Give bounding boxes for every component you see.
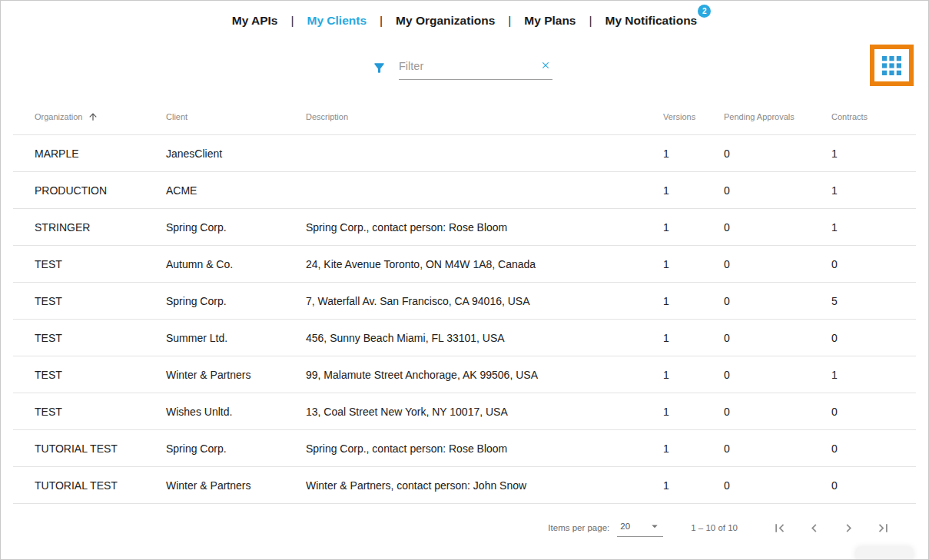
cell-description: 13, Coal Street New York, NY 10017, USA [306, 406, 663, 418]
column-header-pending-approvals[interactable]: Pending Approvals [724, 112, 831, 121]
last-page-icon [875, 520, 891, 536]
cell-client: Wishes Unltd. [166, 406, 306, 418]
cell-client: Winter & Partners [166, 479, 306, 492]
cell-contracts: 5 [831, 295, 916, 307]
cell-client: Spring Corp. [166, 295, 306, 307]
first-page-icon [771, 520, 788, 536]
filter-field [399, 58, 552, 80]
table-row[interactable]: TEST Summer Ltd. 456, Sunny Beach Miami,… [13, 320, 916, 356]
highlight-box [870, 45, 914, 86]
table-row[interactable]: TEST Autumn & Co. 24, Kite Avenue Toront… [13, 246, 916, 283]
cell-description: Spring Corp., contact person: Rose Bloom [306, 221, 663, 234]
cell-client: JanesClient [166, 147, 306, 160]
clear-filter-icon[interactable] [540, 60, 551, 71]
cell-organization: TEST [35, 332, 166, 344]
cell-pending-approvals: 0 [724, 184, 831, 197]
table-row[interactable]: STRINGER Spring Corp. Spring Corp., cont… [13, 209, 916, 246]
paginator: Items per page: 20 1 – 10 of 10 [1, 502, 928, 559]
nav-my-notifications[interactable]: My Notifications 2 [606, 14, 698, 28]
table-row[interactable]: TEST Winter & Partners 99, Malamute Stre… [13, 356, 916, 393]
cell-client: Summer Ltd. [166, 332, 306, 344]
cell-description: 7, Waterfall Av. San Francisco, CA 94016… [306, 295, 663, 307]
cell-versions: 1 [663, 147, 724, 160]
cell-organization: TUTORIAL TEST [35, 442, 166, 455]
column-header-organization[interactable]: Organization [35, 111, 166, 122]
table-row[interactable]: TUTORIAL TEST Spring Corp. Spring Corp.,… [13, 430, 916, 467]
cell-client: Spring Corp. [166, 442, 306, 455]
column-label: Organization [35, 112, 82, 121]
column-header-client[interactable]: Client [166, 112, 306, 121]
chevron-left-icon [806, 520, 822, 536]
grid-icon [882, 56, 901, 75]
my-clients-page: My APIs | My Clients | My Organizations … [0, 0, 929, 560]
cell-client: Winter & Partners [166, 369, 306, 381]
page-range-label: 1 – 10 of 10 [691, 523, 738, 532]
cell-description: Spring Corp., contact person: Rose Bloom [306, 442, 663, 455]
nav-my-organizations[interactable]: My Organizations [396, 14, 495, 28]
cell-organization: TEST [35, 258, 166, 270]
nav-separator: | [508, 14, 511, 28]
table-row[interactable]: TEST Spring Corp. 7, Waterfall Av. San F… [13, 283, 916, 320]
table-row[interactable]: MARPLE JanesClient 1 0 1 [13, 135, 916, 172]
cell-pending-approvals: 0 [724, 147, 831, 160]
cell-pending-approvals: 0 [724, 332, 831, 344]
column-header-versions[interactable]: Versions [663, 112, 724, 121]
cell-versions: 1 [663, 479, 724, 492]
cell-pending-approvals: 0 [724, 369, 831, 381]
items-per-page-select[interactable]: 20 [617, 519, 663, 537]
clients-table: Organization Client Description Versions… [13, 99, 916, 504]
items-per-page-value: 20 [620, 522, 630, 531]
table-row[interactable]: PRODUCTION ACME 1 0 1 [13, 172, 916, 209]
cell-organization: TEST [35, 295, 166, 307]
cell-pending-approvals: 0 [724, 221, 831, 234]
cell-pending-approvals: 0 [724, 479, 831, 492]
column-header-contracts[interactable]: Contracts [831, 112, 916, 121]
cell-contracts: 0 [831, 406, 916, 418]
nav-my-clients[interactable]: My Clients [307, 14, 367, 28]
cell-versions: 1 [663, 184, 724, 197]
items-per-page-label: Items per page: [548, 523, 609, 532]
next-page-button[interactable] [839, 519, 858, 538]
cell-contracts: 1 [831, 369, 916, 381]
nav-separator: | [380, 14, 383, 28]
nav-my-notifications-label: My Notifications [606, 14, 698, 27]
cell-pending-approvals: 0 [724, 406, 831, 418]
cell-versions: 1 [663, 406, 724, 418]
nav-separator: | [589, 14, 592, 28]
filter-icon [372, 61, 387, 80]
column-header-description[interactable]: Description [306, 112, 663, 121]
cell-organization: TEST [35, 369, 166, 381]
grid-view-button[interactable] [882, 56, 901, 75]
nav-separator: | [291, 14, 294, 28]
cell-versions: 1 [663, 369, 724, 381]
top-nav: My APIs | My Clients | My Organizations … [1, 1, 928, 28]
chevron-down-icon [648, 519, 662, 533]
cell-pending-approvals: 0 [724, 258, 831, 270]
cell-contracts: 0 [831, 258, 916, 270]
table-row[interactable]: TEST Wishes Unltd. 13, Coal Street New Y… [13, 393, 916, 430]
cell-description: 99, Malamute Street Anchorage, AK 99506,… [306, 369, 663, 381]
notifications-badge: 2 [698, 5, 711, 18]
cell-contracts: 1 [831, 221, 916, 234]
last-page-button[interactable] [874, 519, 893, 538]
pagination-controls [770, 519, 893, 538]
cell-versions: 1 [663, 258, 724, 270]
cell-versions: 1 [663, 332, 724, 344]
cell-client: Autumn & Co. [166, 258, 306, 270]
nav-my-apis[interactable]: My APIs [232, 14, 278, 28]
first-page-button[interactable] [770, 519, 789, 538]
cell-organization: TEST [35, 406, 166, 418]
nav-my-plans[interactable]: My Plans [524, 14, 576, 28]
cell-contracts: 0 [831, 479, 916, 492]
sort-ascending-icon [88, 111, 98, 122]
table-header: Organization Client Description Versions… [13, 99, 916, 135]
cell-description: 24, Kite Avenue Toronto, ON M4W 1A8, Can… [306, 258, 663, 270]
previous-page-button[interactable] [805, 519, 824, 538]
cut-off-overlay-artifact [856, 547, 913, 560]
cell-organization: TUTORIAL TEST [35, 479, 166, 492]
cell-organization: PRODUCTION [35, 184, 166, 197]
filter-input[interactable] [399, 58, 552, 80]
filter-bar [372, 58, 552, 80]
cell-versions: 1 [663, 221, 724, 234]
table-row[interactable]: TUTORIAL TEST Winter & Partners Winter &… [13, 467, 916, 504]
